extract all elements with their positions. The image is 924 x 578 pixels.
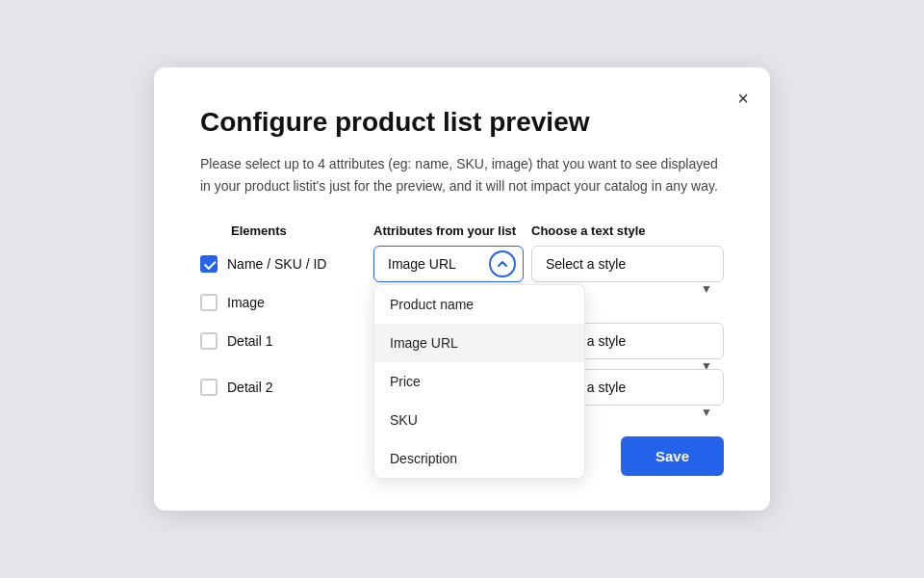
dropdown-item-sku[interactable]: SKU: [374, 401, 584, 439]
col-style: Choose a text style: [531, 223, 724, 238]
element-label: Name / SKU / ID: [227, 256, 326, 272]
checkbox-name-sku-id[interactable]: [200, 255, 218, 273]
row-label-detail1: Detail 1: [200, 332, 373, 350]
dropdown-item-description[interactable]: Description: [374, 439, 584, 478]
row-label-detail2: Detail 2: [200, 379, 373, 396]
element-label: Image: [227, 295, 265, 310]
save-button[interactable]: Save: [621, 436, 724, 476]
close-button[interactable]: ×: [733, 85, 753, 112]
table-header: Elements Attributes from your list Choos…: [200, 223, 724, 238]
col-elements: Elements: [200, 223, 373, 238]
style-value-row1: Select a style: [546, 256, 626, 272]
checkbox-image[interactable]: [200, 294, 218, 311]
attribute-select-wrapper: Image URL Product name Image URL Price S…: [373, 246, 531, 282]
style-arrow-icon-row4: ▼: [701, 406, 712, 419]
attribute-dropdown-row1[interactable]: Image URL: [373, 246, 524, 282]
attribute-select-field-row1[interactable]: Image URL: [373, 246, 524, 282]
checkbox-detail1[interactable]: [200, 332, 218, 350]
modal-overlay: × Configure product list preview Please …: [0, 0, 924, 578]
table-row: Name / SKU / ID Image URL Product name: [200, 246, 724, 282]
modal: × Configure product list preview Please …: [154, 67, 770, 511]
row-label-image: Image: [200, 294, 373, 311]
element-label: Detail 1: [227, 333, 272, 349]
row-label-name-sku-id: Name / SKU / ID: [200, 255, 373, 273]
element-label: Detail 2: [227, 380, 272, 395]
style-select-wrapper-row1[interactable]: Select a style ▼: [531, 246, 724, 282]
attribute-dropdown-menu: Product name Image URL Price SKU Descrip…: [373, 284, 585, 479]
dropdown-item-product-name[interactable]: Product name: [374, 285, 584, 324]
attribute-value-row1: Image URL: [388, 256, 456, 272]
style-select-field-row1[interactable]: Select a style: [531, 246, 724, 282]
col-attributes: Attributes from your list: [373, 223, 531, 238]
dropdown-item-image-url[interactable]: Image URL: [374, 324, 584, 362]
dropdown-item-price[interactable]: Price: [374, 362, 584, 401]
modal-description: Please select up to 4 attributes (eg: na…: [200, 153, 724, 197]
modal-title: Configure product list preview: [200, 106, 724, 139]
checkbox-detail2[interactable]: [200, 379, 218, 396]
